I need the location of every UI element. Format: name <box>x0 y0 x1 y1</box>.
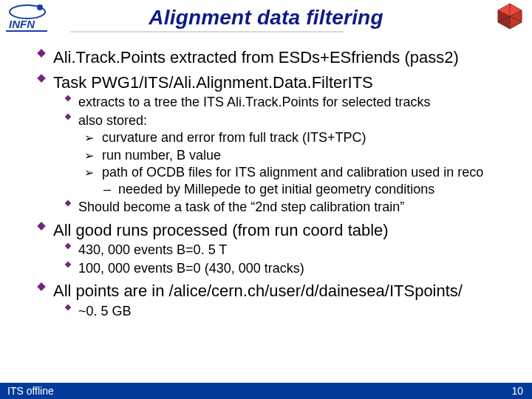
bullet-text: run number, B value <box>102 147 221 164</box>
diamond-bullet-icon <box>35 72 47 84</box>
svg-rect-3 <box>6 30 47 32</box>
title-underline <box>70 31 344 33</box>
svg-rect-15 <box>65 95 71 101</box>
arrow-bullet-icon: ➢ <box>84 166 96 180</box>
bullet-text: Ali.Track.Points extracted from ESDs+ESf… <box>53 47 459 68</box>
bullet-text: curvature and error from full track (ITS… <box>102 129 366 146</box>
bullet-list-level3: ➢curvature and error from full track (IT… <box>84 129 519 197</box>
small-diamond-bullet-icon <box>64 112 72 121</box>
bullet-list-level1: Ali.Track.Points extracted from ESDs+ESf… <box>35 47 519 319</box>
bullet-text: path of OCDB files for ITS alignment and… <box>102 164 483 181</box>
arrow-bullet-icon: ➢ <box>84 149 96 163</box>
svg-rect-11 <box>37 49 45 57</box>
bullet-text: extracts to a tree the ITS Ali.Track.Poi… <box>78 94 431 111</box>
small-diamond-bullet-icon <box>64 199 72 208</box>
slide-title: Alignment data filtering <box>0 6 532 30</box>
bullet-list-level2: ~0. 5 GB <box>64 303 519 320</box>
bullet-text: 100, 000 events B=0 (430, 000 tracks) <box>78 260 304 277</box>
slide-number: 10 <box>511 385 523 397</box>
slide-body: Ali.Track.Points extracted from ESDs+ESf… <box>35 47 519 324</box>
bullet-text: needed by Millepede to get initial geome… <box>118 181 434 198</box>
arrow-bullet-icon: ➢ <box>84 131 96 146</box>
footer-bar: ITS offline 10 <box>0 383 532 399</box>
small-diamond-bullet-icon <box>64 94 72 103</box>
svg-rect-23 <box>65 243 71 249</box>
svg-rect-27 <box>37 282 45 290</box>
detector-icon <box>494 1 526 34</box>
diamond-bullet-icon <box>35 220 47 232</box>
diamond-bullet-icon <box>35 47 47 59</box>
svg-rect-19 <box>65 200 71 206</box>
svg-rect-17 <box>65 113 71 119</box>
bullet-list-level2: extracts to a tree the ITS Ali.Track.Poi… <box>64 94 519 216</box>
dash-bullet-icon: – <box>102 181 112 198</box>
bullet-text: Task PWG1/ITS/Ali.Alignment.Data.FilterI… <box>53 72 373 93</box>
bullet-text: 430, 000 events B=0. 5 T <box>78 242 227 259</box>
bullet-text: Should become a task of the “2nd step ca… <box>78 199 404 216</box>
small-diamond-bullet-icon <box>64 260 72 269</box>
svg-rect-25 <box>65 261 71 267</box>
footer-left-text: ITS offline <box>7 385 54 397</box>
bullet-text: also stored: <box>78 112 147 129</box>
slide: INFN Alignment data filtering Ali.Track.… <box>0 0 532 399</box>
svg-rect-13 <box>37 74 45 82</box>
small-diamond-bullet-icon <box>64 303 72 312</box>
bullet-list-level4: –needed by Millepede to get initial geom… <box>102 181 519 198</box>
svg-rect-29 <box>65 304 71 310</box>
bullet-text: All good runs processed (from run coord … <box>53 220 389 241</box>
svg-rect-21 <box>37 222 45 230</box>
bullet-list-level2: 430, 000 events B=0. 5 T 100, 000 events… <box>64 242 519 276</box>
bullet-text: ~0. 5 GB <box>78 303 132 320</box>
bullet-text: All points are in /alice/cern.ch/user/d/… <box>53 281 463 301</box>
small-diamond-bullet-icon <box>64 242 72 250</box>
diamond-bullet-icon <box>35 281 47 293</box>
header: INFN Alignment data filtering <box>0 0 532 43</box>
